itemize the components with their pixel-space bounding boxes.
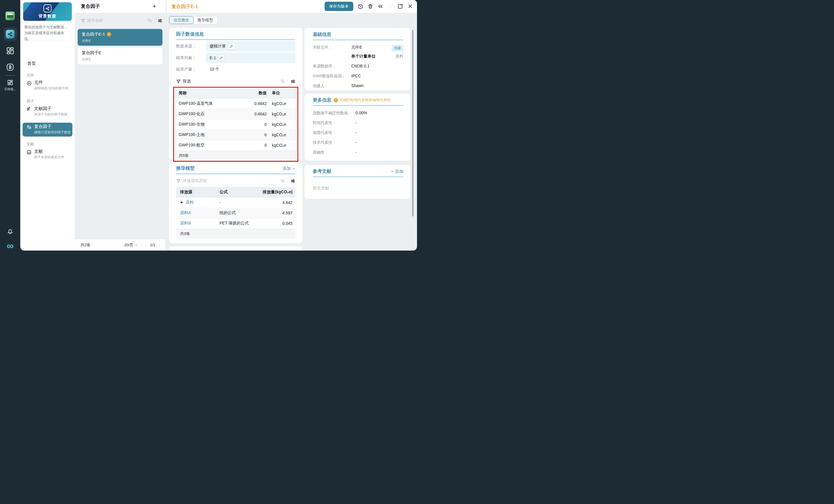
tab-overview[interactable]: 信息概览 xyxy=(169,16,194,24)
share-nodes-icon xyxy=(6,30,15,39)
section-rule xyxy=(176,39,295,40)
table-header-row: 简称 数值 单位 xyxy=(175,88,297,98)
time-rep-value: - xyxy=(356,120,357,125)
sidebar-section-component: 元件 xyxy=(27,73,34,78)
table-row[interactable]: 原料B PET 薄膜的公式 0.045 xyxy=(176,218,295,229)
filter-reset-icon[interactable] xyxy=(280,179,285,183)
open-in-window-icon[interactable] xyxy=(397,3,403,9)
derivation-title: 推导模型 xyxy=(176,165,195,171)
next-section-card-edge xyxy=(169,247,302,251)
column-settings-icon[interactable] xyxy=(290,79,295,84)
add-factor-button[interactable]: ＋ xyxy=(151,3,158,9)
history-icon[interactable] xyxy=(357,3,364,9)
scrollbar-thumb[interactable] xyxy=(412,30,414,216)
factor-values-title: 因子数值信息 xyxy=(176,31,295,37)
close-icon[interactable] xyxy=(408,3,414,9)
list-item-composite-e[interactable]: 复合因子E 元件E xyxy=(78,47,162,64)
sidebar-item-label: 文献因子 xyxy=(34,106,51,111)
filter-reset-icon[interactable] xyxy=(280,79,285,84)
source-link[interactable]: 原料B xyxy=(180,221,191,225)
list-item-composite-e1[interactable]: 复合因子E-1 ! 元件E xyxy=(78,29,162,46)
gwp-source-value: IPCC xyxy=(351,73,361,78)
table-filter-label[interactable]: 筛选 xyxy=(183,79,191,84)
next-page-button[interactable]: › xyxy=(159,243,160,247)
table-row[interactable]: GWP100-温室气体 0.4642 kgCO₂e xyxy=(175,98,297,109)
sidebar-item-label: 元件 xyxy=(34,80,43,85)
basic-info-title: 基础信息 xyxy=(313,31,403,38)
factor-values-card: 因子数值信息 数据来源： 建模计算 核算对象： E-1 xyxy=(169,28,302,160)
divider xyxy=(24,41,71,41)
table-row-group[interactable]: 原料 - 4.642 xyxy=(176,197,295,208)
list-panel-header: 复合因子 ＋ xyxy=(75,0,166,13)
creator-value: Shawn xyxy=(351,83,364,88)
factor-name-filter[interactable]: 因子名称 xyxy=(81,18,162,23)
unit-value: 单个计量单位 xyxy=(351,54,376,59)
emission-sources-table: 排放源 公式 排放量(kgCO₂e) 原料 - 4.642 原料A 纸的公式 4… xyxy=(176,187,295,229)
add-dropdown-button[interactable]: 添加 xyxy=(283,166,295,171)
bell-icon[interactable] xyxy=(6,227,14,235)
warning-badge-icon: ! xyxy=(107,32,111,37)
accuracy-value: - xyxy=(356,150,357,155)
book-icon xyxy=(27,150,32,155)
source-link[interactable]: 原料 xyxy=(185,200,194,205)
save-as-version-button[interactable]: 保存为版本 xyxy=(325,2,354,11)
table-row[interactable]: 原料A 纸的公式 4.597 xyxy=(176,208,295,218)
field-label: GWP数值取值源： xyxy=(313,73,351,79)
sidebar-item-component[interactable]: 元件 相同物质/活动的因子组 xyxy=(23,79,72,93)
source-link[interactable]: 原料A xyxy=(180,210,191,215)
table-row[interactable]: GWP100-土地 0 kgCO₂e xyxy=(175,130,297,140)
delete-icon[interactable] xyxy=(368,3,374,9)
gwp-values-table: 简称 数值 单位 GWP100-温室气体 0.4642 kgCO₂e GWP10… xyxy=(175,88,297,151)
dashboard-icon[interactable] xyxy=(6,46,15,55)
app: 示例笔... ∞ 背景数据 聚焦排放因子与文献数据，为碳足迹核算提供权威依据。 … xyxy=(0,0,417,252)
pagination-total: 共2项 xyxy=(81,243,90,248)
edit-icon[interactable] xyxy=(228,43,234,49)
sidebar-item-literature-factor[interactable]: 文献因子 来源于文献的因子数据 xyxy=(23,105,72,119)
component-link[interactable]: 元件E xyxy=(351,45,362,50)
main-window: 背景数据 聚焦排放因子与文献数据，为碳足迹核算提供权威依据。 首页 元件 元件 … xyxy=(20,0,417,251)
lock-icon[interactable] xyxy=(6,63,15,71)
references-empty-text: 暂无文献 xyxy=(313,186,403,191)
table-footer: 共3项 xyxy=(176,229,295,238)
field-label: 核算对象： xyxy=(176,55,206,61)
app-rail: 示例笔... ∞ xyxy=(0,0,20,252)
source-filter-placeholder[interactable]: 排放源或其他 xyxy=(183,178,207,183)
sidebar-item-literature[interactable]: 文献 因子来源的相关文件 xyxy=(23,147,72,161)
sample-notes-icon[interactable] xyxy=(7,79,13,86)
table-row[interactable]: GWP100-化石 0.4642 kgCO₂e xyxy=(175,109,297,119)
references-title: 参考文献 xyxy=(313,168,331,175)
sample-notes-label[interactable]: 示例笔... xyxy=(0,87,20,91)
sidebar-item-desc: 来源于文献的因子数据 xyxy=(34,112,67,117)
column-settings-icon[interactable] xyxy=(157,18,162,23)
sidebar-item-desc: 建模计算获得的因子数据 xyxy=(34,130,71,135)
sidebar-item-home[interactable]: 首页 xyxy=(27,61,36,66)
field-label: 数据来源： xyxy=(176,44,206,49)
workspace-thumbnail[interactable] xyxy=(5,12,15,20)
collapse-panel-icon[interactable] xyxy=(378,3,384,9)
table-row[interactable]: GWP100-生物 0 kgCO₂e xyxy=(175,119,297,130)
sidebar-section-factor: 因子 xyxy=(27,99,34,104)
filter-reset-icon[interactable] xyxy=(147,18,152,23)
list-item-component: 元件E xyxy=(82,39,91,43)
sidebar-item-composite-factor[interactable]: 复合因子 建模计算获得的因子数据 xyxy=(23,123,72,137)
banner-title: 背景数据 xyxy=(23,14,72,19)
rail-item-background-data[interactable] xyxy=(3,27,17,41)
page-size-select[interactable]: 20/页 xyxy=(124,243,138,248)
circle-m-icon xyxy=(27,81,32,86)
column-settings-icon[interactable] xyxy=(290,179,295,183)
table-row[interactable]: GWP100-航空 0 kgCO₂e xyxy=(175,140,297,151)
tab-derivation-model[interactable]: 推导模型 xyxy=(193,16,218,24)
sidebar-item-desc: 相同物质/活动的因子组 xyxy=(34,86,68,91)
collapse-caret-icon[interactable] xyxy=(180,202,183,203)
data-source-value: 建模计算 xyxy=(210,44,226,49)
field-label: 时间代表性： xyxy=(313,120,356,125)
more-info-note: 可维护时间代表性和地理代表性 xyxy=(340,98,390,103)
highlight-annotation-box: 简称 数值 单位 GWP100-温室气体 0.4642 kgCO₂e GWP10… xyxy=(173,87,298,162)
field-label: 技术代表性： xyxy=(313,140,356,145)
brand-logo-infinity[interactable]: ∞ xyxy=(0,241,20,251)
prev-page-button[interactable]: ‹ xyxy=(145,243,147,247)
list-panel-title: 复合因子 xyxy=(81,3,100,9)
add-reference-button[interactable]: ＋ 添加 xyxy=(390,169,403,174)
field-label: 准确性： xyxy=(313,150,356,155)
edit-icon[interactable] xyxy=(218,55,224,61)
